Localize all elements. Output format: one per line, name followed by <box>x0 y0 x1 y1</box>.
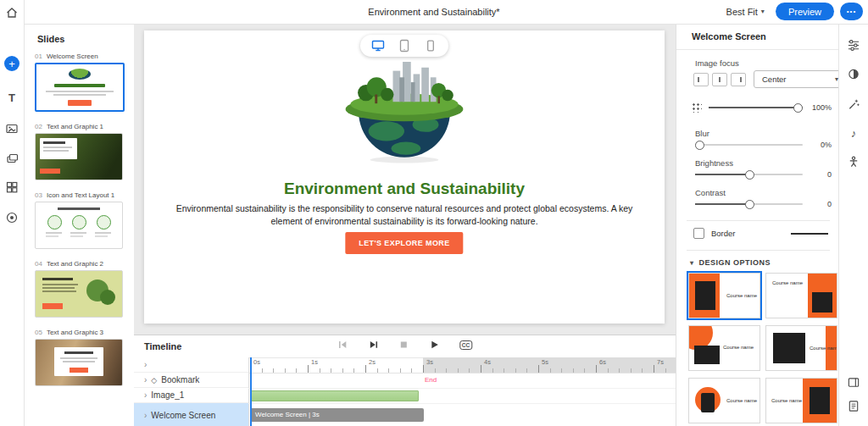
contrast-icon <box>848 68 860 80</box>
brightness-control-row: 0 <box>695 169 832 180</box>
zoom-slider-knob[interactable] <box>793 103 803 113</box>
design-options-header[interactable]: ▾ DESIGN OPTIONS <box>690 258 771 267</box>
brightness-label: Brightness <box>695 158 733 168</box>
design-option-2[interactable]: Course name <box>765 273 837 318</box>
media-tool-button[interactable] <box>5 122 19 136</box>
timeline-ruler[interactable]: 0s 1s 2s 3s 4s 5s 6s 7s <box>248 357 676 373</box>
slide-thumbnail[interactable] <box>35 339 123 386</box>
track-group-row[interactable]: › <box>134 357 248 373</box>
timeline-tracks-area: 0s 1s 2s 3s 4s 5s 6s 7s End Welcome Scre… <box>248 357 676 426</box>
welcome-screen-timeline-bar[interactable]: Welcome Screen | 3s <box>250 408 424 422</box>
brightness-slider-knob[interactable] <box>745 170 754 180</box>
timeline-title: Timeline <box>144 341 181 351</box>
design-thumb-label: Course name <box>726 293 757 298</box>
play-slide-button[interactable] <box>368 340 378 350</box>
stop-button[interactable] <box>398 340 409 350</box>
border-checkbox[interactable] <box>693 228 704 239</box>
design-option-5[interactable]: Course name <box>688 378 760 423</box>
track-label: Image_1 <box>151 390 184 400</box>
slide-cta-button[interactable]: LET'S EXPLORE MORE <box>345 232 463 254</box>
timeline-track-labels: › › ◇ Bookmark › Image_1 › Welcome Scree… <box>134 357 249 426</box>
panel-toggle-button[interactable] <box>848 376 860 389</box>
closed-captions-button[interactable]: CC <box>459 340 472 350</box>
slide-item-5[interactable]: 05 Text and Graphic 3 <box>35 329 125 386</box>
design-thumb-label: Course name <box>772 280 803 285</box>
mobile-preview-button[interactable] <box>424 39 437 53</box>
focus-right-button[interactable] <box>731 73 746 86</box>
desktop-preview-button[interactable] <box>371 39 385 53</box>
zoom-slider[interactable] <box>709 102 803 113</box>
tick-label: 7s <box>657 358 664 366</box>
slide-item-3[interactable]: 03 Icon and Text Layout 1 <box>35 191 125 249</box>
chevron-right-icon: › <box>144 360 147 369</box>
stop-icon <box>398 340 409 350</box>
brightness-slider[interactable] <box>695 169 803 180</box>
slide-number: 03 <box>35 191 42 199</box>
brightness-value: 0 <box>810 170 832 179</box>
track-label: Bookmark <box>161 375 199 385</box>
theme-button[interactable] <box>848 68 860 80</box>
slide-title[interactable]: Environment and Sustainability <box>144 180 665 198</box>
tick-label: 0s <box>253 358 260 366</box>
accessibility-icon <box>848 156 860 169</box>
slides-panel: Slides 01 Welcome Screen 02 Text and Gra… <box>24 24 135 426</box>
blur-control-row: 0% <box>695 140 832 150</box>
layers-icon <box>5 152 19 165</box>
record-tool-button[interactable] <box>5 211 19 224</box>
track-row-welcome-screen[interactable]: › Welcome Screen <box>134 403 248 426</box>
slide-stage[interactable]: Environment and Sustainability Environme… <box>144 30 665 324</box>
blur-slider-knob[interactable] <box>695 141 704 150</box>
design-option-6[interactable]: Course name <box>765 378 837 423</box>
earth-illustration[interactable] <box>314 49 494 168</box>
interactions-tool-button[interactable] <box>5 152 19 165</box>
slide-item-4[interactable]: 04 Text and Graphic 2 <box>35 260 125 318</box>
tick-label: 6s <box>599 358 606 366</box>
blur-value: 0% <box>810 141 832 149</box>
add-button[interactable]: + <box>4 56 19 71</box>
zoom-fit-select[interactable]: Best Fit ▾ <box>726 7 765 17</box>
slide-body-text[interactable]: Environmental sustainability is the resp… <box>175 202 633 230</box>
zoom-value: 100% <box>810 103 832 112</box>
properties-button[interactable] <box>848 39 860 52</box>
focus-position-select[interactable]: Center ▾ <box>754 70 844 88</box>
play-icon <box>429 340 439 350</box>
slide-number: 01 <box>35 53 42 60</box>
slide-thumbnail[interactable] <box>35 202 123 249</box>
text-tool-button[interactable]: T <box>8 91 15 104</box>
effects-button[interactable] <box>848 98 860 111</box>
play-button[interactable] <box>429 340 439 350</box>
design-option-4[interactable]: Course name <box>765 325 837 371</box>
tablet-preview-button[interactable] <box>398 39 411 53</box>
slide-item-2[interactable]: 02 Text and Graphic 1 <box>35 123 125 180</box>
slide-name: Icon and Text Layout 1 <box>47 191 114 199</box>
design-option-3[interactable]: Course name <box>688 325 760 371</box>
document-title: Environment and Sustainability* <box>368 7 499 17</box>
contrast-slider-knob[interactable] <box>745 200 754 209</box>
track-row-bookmark[interactable]: › ◇ Bookmark <box>134 373 248 388</box>
focus-left-button[interactable] <box>693 73 709 86</box>
blocks-tool-button[interactable] <box>5 180 19 194</box>
design-option-1[interactable]: Course name <box>688 273 760 318</box>
bookmark-lane: End <box>248 373 676 389</box>
contrast-slider[interactable] <box>695 199 803 209</box>
preview-button[interactable]: Preview <box>776 3 834 20</box>
slide-thumbnail[interactable] <box>35 270 123 318</box>
track-row-image[interactable]: › Image_1 <box>134 388 248 403</box>
blur-slider[interactable] <box>695 140 803 150</box>
slide-thumbnail[interactable] <box>35 133 123 180</box>
playhead[interactable] <box>250 357 252 426</box>
focus-center-button[interactable] <box>712 73 727 86</box>
image-timeline-bar[interactable] <box>250 390 419 401</box>
border-label: Border <box>711 229 736 238</box>
timeline-body: › › ◇ Bookmark › Image_1 › Welcome Scree… <box>134 357 676 426</box>
more-options-button[interactable]: ••• <box>840 3 863 20</box>
previous-slide-button[interactable] <box>337 340 348 350</box>
record-icon <box>5 211 19 224</box>
slide-thumbnail[interactable] <box>35 63 125 112</box>
slide-item-1[interactable]: 01 Welcome Screen <box>35 53 125 112</box>
border-style-preview[interactable] <box>791 233 828 235</box>
home-button[interactable] <box>5 6 19 19</box>
accessibility-button[interactable] <box>848 156 860 169</box>
notes-button[interactable] <box>848 400 860 412</box>
audio-button[interactable]: ♪ <box>851 127 857 140</box>
